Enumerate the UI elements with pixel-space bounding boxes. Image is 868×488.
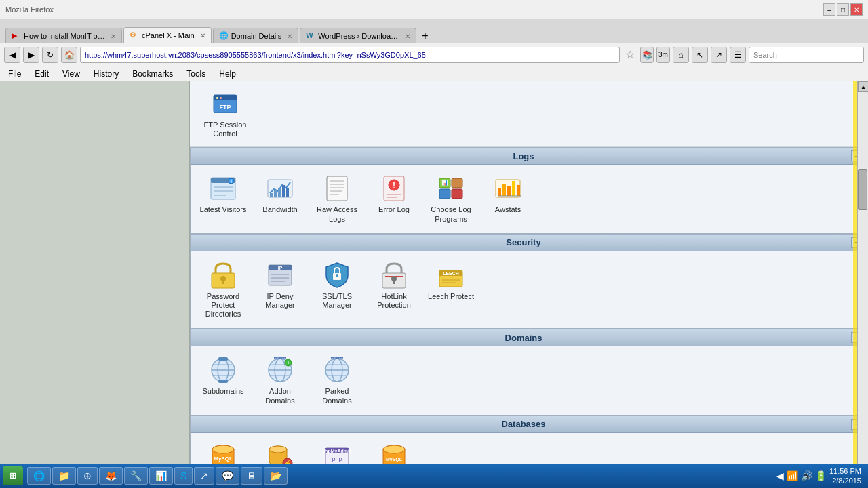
awstats-item[interactable]: Awstats [481,170,535,227]
title-bar: Mozilla Firefox – □ ✕ [0,0,868,19]
databases-section-header: Databases – [191,416,867,433]
forward-button[interactable]: ▶ [23,47,39,63]
menu-view[interactable]: View [60,68,83,79]
ftp-session-control-icon: FTP [211,89,239,118]
scrollbar-thumb[interactable] [858,169,867,210]
choose-log-programs-item[interactable]: 📊 Choose Log Programs [424,170,478,227]
error-log-item[interactable]: ! Error Log [367,170,421,227]
taskbar-app1[interactable]: 🔧 [124,467,148,485]
ie-icon: 🌐 [33,470,45,481]
maximize-button[interactable]: □ [837,3,849,16]
svg-text:i: i [231,179,232,184]
scrollbar-track[interactable] [858,92,868,477]
scrollbar[interactable]: ▲ ▼ [857,81,868,488]
tray-arrow[interactable]: ◀ [776,470,784,481]
menu-help[interactable]: Help [216,68,239,79]
taskbar-folder[interactable]: 📁 [52,467,76,485]
parked-domains-label: Parked Domains [313,387,361,405]
svg-rect-17 [286,188,289,197]
subdomains-item[interactable]: Subdomains [196,352,250,409]
taskbar-app4[interactable]: 💬 [216,467,239,485]
address-bar[interactable] [80,47,620,63]
tab-youtube-close[interactable]: ✕ [111,33,116,40]
hotlink-item[interactable]: HotLink Protection [367,257,421,323]
bookmark-star[interactable]: ☆ [623,48,637,61]
nav-home2[interactable]: ⌂ [673,47,689,63]
leech-protect-label: Leech Protect [428,292,474,301]
menu-tools[interactable]: Tools [184,68,208,79]
ip-deny-item[interactable]: IP IP Deny Manager [253,257,307,323]
svg-rect-67 [218,357,228,361]
back-button[interactable]: ◀ [4,47,20,63]
close-button[interactable]: ✕ [850,3,863,16]
taskbar-skype[interactable]: S [174,467,193,485]
home-button[interactable]: 🏠 [61,47,77,63]
error-log-icon: ! [380,174,408,203]
svg-rect-15 [278,188,281,197]
addon-domains-icon: www + [266,356,294,384]
error-log-label: Error Log [378,205,410,214]
domains-section-header: Domains – [191,329,867,346]
taskbar-app2[interactable]: 📊 [149,467,173,485]
taskbar-app6[interactable]: 📂 [264,467,288,485]
nav-share[interactable]: ↗ [711,47,727,63]
svg-text:phpMyAdmin: phpMyAdmin [323,449,351,454]
bandwidth-label: Bandwidth [262,205,297,214]
menu-edit[interactable]: Edit [32,68,52,79]
addon-domains-item[interactable]: www + Addon Domains [253,352,307,409]
ftp-session-control-item[interactable]: FTP FTP Session Control [198,85,252,142]
password-protect-item[interactable]: Password Protect Directories [196,257,250,323]
domains-items: Subdomains www [191,346,867,414]
search-input[interactable] [749,47,864,63]
menu-history[interactable]: History [91,68,121,79]
tab-youtube[interactable]: ▶ How to install MonIT on... ✕ [5,28,122,43]
ssl-tls-item[interactable]: SSL/TLS Manager [310,257,364,323]
tab-wordpress[interactable]: W WordPress › Download Wo... ✕ [300,28,416,43]
minimize-button[interactable]: – [823,3,835,16]
bandwidth-item[interactable]: Bandwidth [253,170,307,227]
password-protect-icon [209,261,237,289]
svg-rect-55 [385,276,393,277]
raw-access-logs-item[interactable]: Raw Access Logs [310,170,364,227]
security-section: Security – Pas [190,234,868,329]
taskbar-app3[interactable]: ↗ [194,467,214,485]
chrome-icon: ⊕ [83,470,92,481]
subdomains-icon [209,356,237,384]
app1-icon: 🔧 [130,470,142,481]
clock-date: 2/8/2015 [829,476,861,485]
nav-arrow[interactable]: ↖ [692,47,708,63]
nav-extra1[interactable]: 3m [656,47,670,63]
taskbar-ie[interactable]: 🌐 [27,467,51,485]
hotlink-label: HotLink Protection [370,292,418,310]
nav-bar: ◀ ▶ ↻ 🏠 ☆ 📚 3m ⌂ ↖ ↗ ☰ [0,43,868,66]
tray-volume[interactable]: 🔊 [801,470,812,481]
tray-network[interactable]: 📶 [787,470,798,481]
tab-cpanel-close[interactable]: ✕ [200,32,205,39]
tray-battery[interactable]: 🔋 [815,470,827,481]
tab-wordpress-close[interactable]: ✕ [405,33,410,40]
taskbar-firefox[interactable]: 🦊 [99,467,123,485]
tab-domain[interactable]: 🌐 Domain Details ✕ [213,28,299,43]
clock[interactable]: 11:56 PM 2/8/2015 [829,466,861,486]
new-tab-button[interactable]: + [418,28,432,43]
taskbar-tray: ◀ 📶 🔊 🔋 11:56 PM 2/8/2015 [772,466,865,486]
menu-bookmarks[interactable]: Bookmarks [130,68,176,79]
leech-protect-item[interactable]: LEECH Leech Protect [424,257,478,323]
svg-text:IP: IP [278,266,283,270]
parked-domains-item[interactable]: www Parked Domains [310,352,364,409]
latest-visitors-item[interactable]: i Latest Visitors [196,170,250,227]
bookmark-button[interactable]: 📚 [640,47,654,63]
menu-file[interactable]: File [5,68,24,79]
start-button[interactable]: ⊞ [3,466,23,485]
nav-menu[interactable]: ☰ [730,47,746,63]
scrollbar-up[interactable]: ▲ [858,81,868,92]
taskbar-app5[interactable]: 🖥 [241,467,262,485]
reload-button[interactable]: ↻ [42,47,58,63]
svg-rect-35 [498,188,501,196]
tab-domain-close[interactable]: ✕ [287,33,292,40]
svg-rect-39 [517,185,520,196]
taskbar-chrome[interactable]: ⊕ [77,467,98,485]
svg-text:php: php [332,455,342,462]
ip-deny-icon: IP [266,261,294,289]
tab-cpanel[interactable]: ⚙ cPanel X - Main ✕ [123,27,212,43]
